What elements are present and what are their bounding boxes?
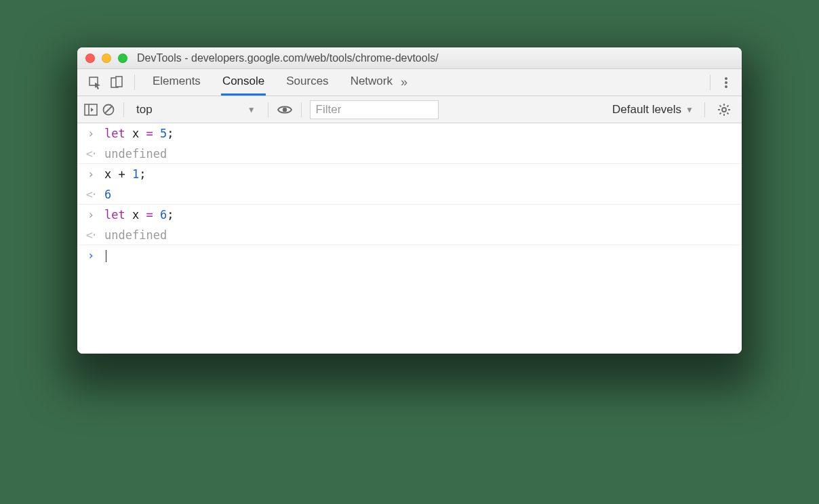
svg-point-11 bbox=[722, 108, 726, 112]
svg-line-19 bbox=[727, 105, 728, 106]
tabs: ElementsConsoleSourcesNetwork bbox=[142, 69, 394, 96]
tabs-overflow-button[interactable]: » bbox=[394, 69, 414, 96]
toggle-console-sidebar-icon[interactable] bbox=[84, 104, 98, 116]
console-input-row: ›x + 1; bbox=[77, 164, 742, 184]
execution-context-select[interactable]: top ▼ bbox=[132, 103, 260, 117]
console-input-row: ›let x = 5; bbox=[77, 123, 742, 144]
chevron-down-icon: ▼ bbox=[247, 105, 256, 114]
console-prompt-row[interactable]: › bbox=[77, 245, 742, 266]
svg-line-9 bbox=[105, 106, 112, 113]
close-window-button[interactable] bbox=[85, 54, 95, 63]
tab-network[interactable]: Network bbox=[349, 69, 394, 96]
code-text: x + 1; bbox=[98, 167, 146, 181]
svg-line-17 bbox=[727, 112, 728, 114]
console-toolbar: top ▼ Default levels ▼ bbox=[77, 96, 742, 123]
svg-line-16 bbox=[720, 105, 721, 106]
code-text: let x = 6; bbox=[98, 208, 174, 222]
minimize-window-button[interactable] bbox=[102, 54, 111, 63]
console-output-row: <·undefined bbox=[77, 225, 742, 245]
input-chevron-icon: › bbox=[84, 208, 98, 222]
code-text: undefined bbox=[98, 228, 167, 242]
kebab-menu-icon[interactable] bbox=[717, 69, 735, 96]
log-levels-select[interactable]: Default levels ▼ bbox=[610, 103, 696, 117]
divider bbox=[710, 75, 711, 90]
prompt-chevron-icon: › bbox=[84, 249, 98, 262]
console-output-row: <·6 bbox=[77, 184, 742, 205]
filter-input[interactable] bbox=[310, 100, 439, 119]
svg-line-18 bbox=[720, 112, 721, 114]
window-controls bbox=[85, 54, 127, 63]
code-text: undefined bbox=[98, 147, 167, 161]
console-output: ›let x = 5;<·undefined›x + 1;<·6›let x =… bbox=[77, 123, 742, 354]
console-settings-gear-icon[interactable] bbox=[713, 103, 735, 117]
tab-elements[interactable]: Elements bbox=[151, 69, 202, 96]
svg-point-3 bbox=[725, 77, 727, 80]
tab-bar: ElementsConsoleSourcesNetwork » bbox=[77, 69, 742, 96]
levels-label: Default levels bbox=[612, 103, 681, 117]
live-expression-eye-icon[interactable] bbox=[277, 104, 293, 116]
devtools-window: DevTools - developers.google.com/web/too… bbox=[77, 47, 742, 354]
output-chevron-icon: <· bbox=[84, 188, 98, 201]
svg-point-4 bbox=[725, 81, 727, 84]
console-input-row: ›let x = 6; bbox=[77, 205, 742, 225]
svg-point-5 bbox=[725, 85, 727, 88]
divider bbox=[123, 102, 124, 117]
inspect-element-icon[interactable] bbox=[84, 69, 106, 96]
console-output-row: <·undefined bbox=[77, 144, 742, 164]
prompt-input[interactable] bbox=[98, 249, 106, 262]
clear-console-icon[interactable] bbox=[102, 103, 115, 117]
divider bbox=[301, 102, 302, 117]
svg-rect-2 bbox=[116, 77, 122, 87]
tab-sources[interactable]: Sources bbox=[285, 69, 329, 96]
window-title: DevTools - developers.google.com/web/too… bbox=[137, 52, 439, 64]
output-chevron-icon: <· bbox=[84, 228, 98, 242]
input-chevron-icon: › bbox=[84, 127, 98, 140]
device-toolbar-icon[interactable] bbox=[106, 69, 127, 96]
titlebar: DevTools - developers.google.com/web/too… bbox=[77, 47, 742, 69]
chevron-down-icon: ▼ bbox=[685, 105, 694, 114]
svg-point-10 bbox=[282, 107, 286, 111]
output-chevron-icon: <· bbox=[84, 147, 98, 161]
code-text: let x = 5; bbox=[98, 127, 174, 140]
input-chevron-icon: › bbox=[84, 167, 98, 181]
divider bbox=[134, 75, 135, 90]
code-text: 6 bbox=[98, 188, 111, 201]
divider bbox=[704, 102, 705, 117]
context-label: top bbox=[136, 103, 153, 117]
tab-console[interactable]: Console bbox=[221, 69, 266, 96]
divider bbox=[268, 102, 268, 117]
zoom-window-button[interactable] bbox=[118, 54, 127, 63]
